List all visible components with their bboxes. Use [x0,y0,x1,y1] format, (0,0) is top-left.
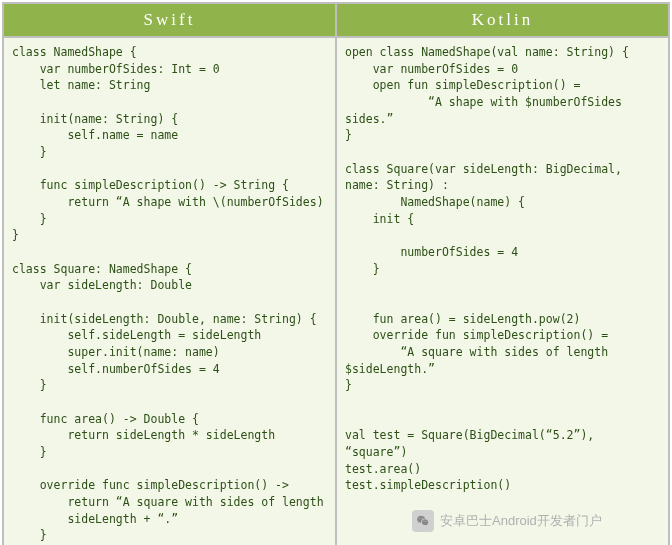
kotlin-header: Kotlin [337,4,668,38]
swift-code: class NamedShape { var numberOfSides: In… [4,38,335,545]
swift-header: Swift [4,4,335,38]
swift-column: Swift class NamedShape { var numberOfSid… [4,4,337,545]
comparison-table: Swift class NamedShape { var numberOfSid… [2,2,670,545]
kotlin-code: open class NamedShape(val name: String) … [337,38,668,545]
kotlin-column: Kotlin open class NamedShape(val name: S… [337,4,668,545]
